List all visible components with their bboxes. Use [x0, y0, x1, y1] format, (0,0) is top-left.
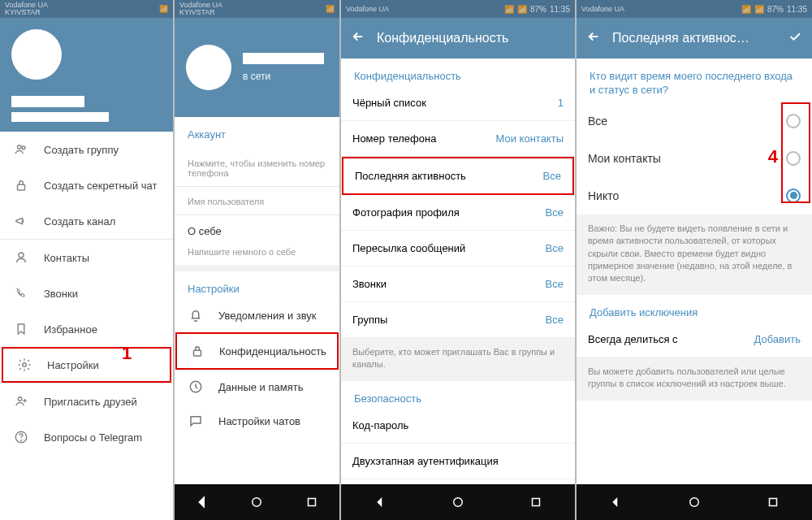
- menu-label: Создать секретный чат: [44, 180, 157, 192]
- row-last-seen[interactable]: Последняя активностьВсе: [342, 157, 574, 195]
- menu-create-group[interactable]: Создать группу: [0, 132, 173, 167]
- bell-icon: [188, 308, 204, 323]
- row-phonenumber[interactable]: Номер телефонаМои контакты: [341, 121, 575, 157]
- row-value: Все: [546, 242, 564, 254]
- row-value: Все: [543, 170, 561, 182]
- online-status: в сети: [243, 71, 324, 82]
- row-value: Все: [546, 206, 564, 219]
- row-value: Все: [546, 278, 564, 290]
- privacy-app-bar: Конфиденциальность: [341, 18, 575, 58]
- nav-home[interactable]: [450, 494, 466, 510]
- nav-home[interactable]: [248, 494, 265, 510]
- row-chats[interactable]: Настройки чатов: [175, 404, 339, 438]
- android-nav-bar: [577, 484, 812, 520]
- radio-icon: [786, 114, 801, 128]
- option-label: Мои контакты: [588, 152, 661, 165]
- row-always-share[interactable]: Всегда делиться сДобавить: [577, 322, 812, 358]
- profile-phone-placeholder: [11, 112, 109, 122]
- row-privacy[interactable]: Конфиденциальность: [175, 332, 339, 370]
- back-arrow-icon[interactable]: [351, 29, 365, 47]
- panel-drawer: Vodafone UAKYIVSTAR 📶 Создать группу Соз…: [0, 0, 175, 520]
- nav-recent[interactable]: [765, 494, 781, 510]
- svg-point-4: [23, 363, 27, 367]
- nav-back[interactable]: [194, 494, 210, 510]
- wifi-icon: 📶: [159, 5, 168, 13]
- menu-settings[interactable]: Настройки: [2, 347, 171, 383]
- profile-name-placeholder: [243, 53, 324, 64]
- row-label: Группы: [352, 314, 387, 326]
- menu-faq[interactable]: Вопросы о Telegram: [0, 419, 173, 455]
- lock-icon: [13, 178, 29, 193]
- menu-label: Вопросы о Telegram: [44, 431, 142, 444]
- row-profile-photo[interactable]: Фотография профиляВсе: [341, 195, 575, 231]
- section-exceptions: Добавить исключения: [577, 295, 812, 322]
- menu-create-channel[interactable]: Создать канал: [0, 203, 173, 239]
- lastseen-note: Важно: Вы не будете видеть появление в с…: [577, 214, 812, 295]
- row-data[interactable]: Данные и память: [175, 370, 339, 404]
- svg-point-14: [690, 498, 699, 507]
- svg-point-12: [454, 498, 463, 507]
- wifi-icon: 📶: [741, 5, 751, 14]
- menu-label: Звонки: [44, 288, 78, 300]
- svg-rect-15: [769, 499, 776, 506]
- profile-name-placeholder: [11, 96, 84, 107]
- lastseen-app-bar: Последняя активнос…: [577, 18, 812, 58]
- svg-rect-13: [533, 499, 540, 506]
- chat-icon: [188, 414, 204, 428]
- menu-label: Создать канал: [44, 215, 115, 228]
- svg-rect-2: [18, 184, 25, 190]
- groups-helper: Выберите, кто может приглашать Вас в гру…: [341, 338, 575, 381]
- section-account: Аккаунт: [175, 117, 339, 144]
- about-row[interactable]: О себе: [175, 215, 339, 247]
- nav-back[interactable]: [372, 494, 388, 510]
- svg-point-1: [22, 146, 25, 150]
- nav-recent[interactable]: [528, 494, 544, 510]
- settings-profile-header[interactable]: в сети: [175, 18, 339, 117]
- menu-label: Избранное: [44, 323, 97, 336]
- megaphone-icon: [13, 214, 29, 228]
- nav-home[interactable]: [686, 494, 702, 510]
- username-label[interactable]: Имя пользователя: [175, 187, 339, 214]
- row-label: Пересылка сообщений: [352, 242, 465, 254]
- row-groups[interactable]: ГруппыВсе: [341, 302, 575, 338]
- svg-rect-8: [194, 350, 201, 356]
- menu-saved[interactable]: Избранное: [0, 311, 173, 347]
- row-label: Данные и память: [218, 381, 303, 393]
- row-forwards[interactable]: Пересылка сообщенийВсе: [341, 231, 575, 266]
- row-value: Добавить: [754, 333, 801, 345]
- option-nobody[interactable]: Никто: [577, 177, 812, 214]
- svg-point-0: [18, 145, 22, 150]
- row-label: Настройки чатов: [218, 415, 300, 427]
- row-label: Звонки: [352, 278, 387, 290]
- group-icon: [13, 142, 29, 157]
- signal-icon: 📶: [517, 5, 527, 14]
- step-marker-1: 1: [122, 343, 132, 364]
- menu-calls[interactable]: Звонки: [0, 275, 173, 311]
- menu-invite[interactable]: Пригласить друзей: [0, 384, 173, 419]
- menu-secret-chat[interactable]: Создать секретный чат: [0, 167, 173, 203]
- row-passcode[interactable]: Код-пароль: [341, 408, 575, 444]
- check-icon[interactable]: [788, 29, 802, 47]
- row-label: Фотография профиля: [352, 206, 460, 219]
- row-calls[interactable]: ЗвонкиВсе: [341, 266, 575, 302]
- row-blocklist[interactable]: Чёрный список1: [341, 85, 575, 121]
- drawer-profile-header[interactable]: [0, 18, 173, 132]
- exceptions-note: Вы можете добавить пользователей или цел…: [577, 358, 812, 401]
- phone-icon: [13, 286, 29, 301]
- row-notifications[interactable]: Уведомления и звук: [175, 298, 339, 332]
- menu-label: Создать группу: [44, 144, 119, 156]
- user-icon: [13, 250, 29, 265]
- step-marker-4: 4: [768, 146, 778, 167]
- svg-point-10: [253, 498, 261, 507]
- signal-icon: 📶: [754, 5, 764, 14]
- nav-back[interactable]: [607, 494, 624, 510]
- back-arrow-icon[interactable]: [586, 29, 601, 47]
- nav-recent[interactable]: [304, 494, 320, 510]
- account-hint: Нажмите, чтобы изменить номер телефона: [175, 157, 339, 186]
- menu-contacts[interactable]: Контакты: [0, 240, 173, 275]
- option-everybody[interactable]: Все: [577, 102, 812, 140]
- row-label: Уведомления и звук: [218, 310, 317, 322]
- row-value: Все: [546, 314, 564, 326]
- row-label: Последняя активность: [355, 170, 466, 182]
- row-2fa[interactable]: Двухэтапная аутентификация: [341, 444, 575, 479]
